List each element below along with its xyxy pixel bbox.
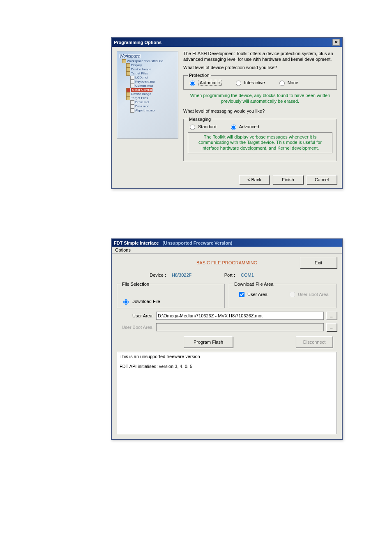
- close-icon[interactable]: ✕: [332, 39, 340, 46]
- finish-button[interactable]: Finish: [273, 175, 303, 184]
- messaging-legend: Messaging: [188, 117, 212, 122]
- user-boot-area-field: [156, 323, 324, 331]
- user-area-checkbox[interactable]: User Area: [238, 291, 267, 298]
- user-area-field[interactable]: [156, 312, 324, 320]
- messaging-help: The Toolkit will display verbose message…: [188, 132, 332, 153]
- device-label: Device :: [141, 273, 166, 278]
- radio-advanced[interactable]: [231, 125, 236, 130]
- messaging-question: What level of messaging would you like?: [183, 109, 337, 114]
- port-label: Port :: [219, 273, 235, 278]
- browse-user-area-button[interactable]: ...: [326, 312, 337, 320]
- back-button[interactable]: < Back: [239, 175, 270, 184]
- intro-text: The FLASH Development Toolkit offers a d…: [183, 51, 337, 62]
- section-title: BASIC FILE PROGRAMMING: [154, 260, 300, 265]
- disconnect-button: Disconnect: [296, 336, 333, 348]
- titlebar: Programming Options ✕: [112, 38, 342, 47]
- protection-automatic-radio[interactable]: Automatic: [188, 79, 221, 86]
- radio-standard[interactable]: [190, 125, 195, 130]
- wizard-sidebar-image: Workspace Workspace 'Industrial Co Displ…: [117, 51, 178, 139]
- dialog-title: FDT Simple Interface (Unsupported Freewa…: [114, 240, 233, 245]
- messaging-advanced-radio[interactable]: Advanced: [229, 123, 259, 130]
- user-boot-area-checkbox: User Boot Area: [288, 291, 329, 298]
- file-selection-legend: File Selection: [121, 282, 150, 287]
- messaging-standard-radio[interactable]: Standard: [188, 123, 217, 130]
- exit-button[interactable]: Exit: [300, 257, 337, 268]
- protection-legend: Protection: [188, 73, 211, 78]
- user-boot-area-label: User Boot Area:: [117, 325, 154, 330]
- titlebar: FDT Simple Interface (Unsupported Freewa…: [112, 239, 342, 247]
- menu-options[interactable]: Options: [115, 247, 131, 252]
- radio-download-file[interactable]: [123, 299, 129, 305]
- protection-none-radio[interactable]: None: [277, 79, 298, 86]
- menubar: Options: [112, 247, 342, 254]
- checkbox-user-area[interactable]: [239, 292, 244, 297]
- erase-note: When programming the device, any blocks …: [183, 93, 337, 104]
- protection-group: Protection Automatic Interactive: [183, 73, 337, 90]
- cancel-button[interactable]: Cancel: [307, 175, 337, 184]
- download-file-area-legend: Download File Area: [233, 282, 274, 287]
- user-area-label: User Area:: [117, 313, 154, 318]
- protection-question: What level of device protection would yo…: [183, 65, 337, 71]
- fdt-simple-interface-dialog: FDT Simple Interface (Unsupported Freewa…: [111, 238, 343, 440]
- log-output: This is an unsupported freeware version …: [117, 352, 337, 434]
- program-flash-button[interactable]: Program Flash: [184, 336, 233, 348]
- messaging-group: Messaging Standard Advanced The Tool: [183, 117, 337, 161]
- download-file-radio[interactable]: Download File: [121, 298, 220, 305]
- tree-root: Workspace: [119, 54, 141, 58]
- device-value: H8/3022F: [172, 273, 213, 278]
- programming-options-dialog: Programming Options ✕ Workspace Workspac…: [111, 37, 343, 189]
- protection-interactive-radio[interactable]: Interactive: [234, 79, 265, 86]
- radio-none[interactable]: [279, 81, 285, 86]
- log-line: FDT API initialised: version 3, 4, 0, 5: [120, 364, 334, 369]
- checkbox-user-boot-area: [290, 292, 295, 297]
- file-selection-group: File Selection Download File: [117, 282, 225, 308]
- browse-user-boot-area-button: ...: [326, 323, 337, 331]
- radio-automatic[interactable]: [190, 81, 195, 86]
- log-line: This is an unsupported freeware version: [120, 354, 334, 359]
- radio-interactive[interactable]: [236, 81, 241, 86]
- dialog-title: Programming Options: [114, 40, 161, 45]
- port-value: COM1: [241, 273, 282, 278]
- download-file-area-group: Download File Area User Area User Boot A…: [229, 282, 337, 308]
